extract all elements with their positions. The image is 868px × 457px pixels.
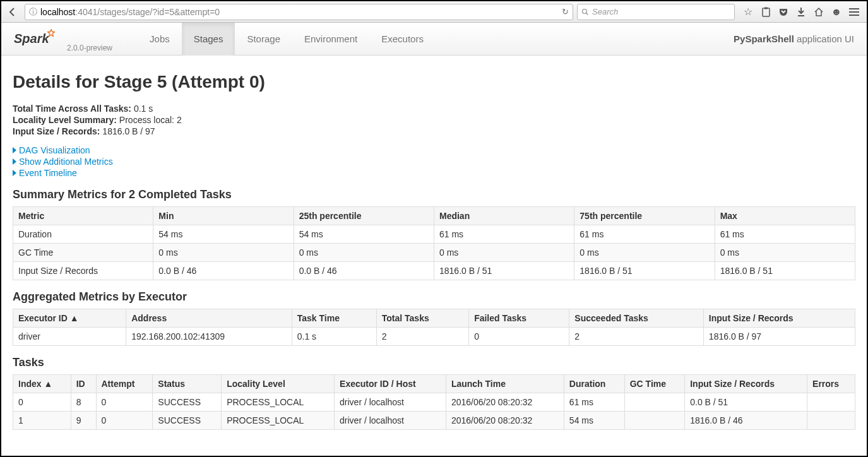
reload-icon[interactable]: ↻: [562, 7, 569, 16]
table-cell: 61 ms: [715, 225, 855, 244]
table-cell: 0 ms: [153, 244, 294, 262]
column-header[interactable]: Address: [126, 309, 292, 328]
menu-icon[interactable]: [848, 6, 860, 18]
caret-right-icon: [13, 158, 16, 165]
table-cell: SUCCESS: [153, 412, 222, 430]
table-cell: [624, 412, 685, 430]
downloads-icon[interactable]: [795, 6, 807, 18]
aggregated-title: Aggregated Metrics by Executor: [13, 290, 855, 304]
column-header[interactable]: Duration: [564, 375, 624, 393]
column-header[interactable]: Status: [153, 375, 222, 393]
table-header-row: Executor ID ▲AddressTask TimeTotal Tasks…: [13, 309, 855, 328]
table-cell: 0: [96, 412, 153, 430]
column-header[interactable]: Executor ID / Host: [335, 375, 446, 393]
column-header[interactable]: Input Size / Records: [703, 309, 855, 328]
column-header[interactable]: Succeeded Tasks: [569, 309, 704, 328]
search-icon: [581, 8, 589, 16]
column-header[interactable]: Task Time: [292, 309, 376, 328]
table-cell: 0 ms: [434, 244, 574, 262]
table-cell: PROCESS_LOCAL: [222, 412, 335, 430]
table-cell: 0: [96, 393, 153, 412]
table-cell: 61 ms: [564, 393, 624, 412]
table-cell: 0: [13, 393, 71, 412]
table-cell: [807, 412, 855, 430]
tab-jobs[interactable]: Jobs: [138, 23, 182, 56]
expand-dag[interactable]: DAG Visualization: [13, 145, 855, 155]
table-cell: 1816.0 B / 51: [434, 262, 574, 280]
table-header-row: Index ▲IDAttemptStatusLocality LevelExec…: [13, 375, 855, 393]
summary-table: MetricMin25th percentileMedian75th perce…: [13, 206, 855, 280]
column-header: Median: [434, 207, 574, 225]
column-header: Max: [715, 207, 855, 225]
table-cell: 1816.0 B / 97: [703, 328, 855, 346]
back-button[interactable]: [4, 4, 21, 20]
table-cell: PROCESS_LOCAL: [222, 393, 335, 412]
column-header[interactable]: Errors: [807, 375, 855, 393]
meta-locality: Locality Level Summary: Process local: 2: [13, 115, 855, 125]
aggregated-table: Executor ID ▲AddressTask TimeTotal Tasks…: [13, 309, 855, 346]
table-cell: 54 ms: [294, 225, 434, 244]
table-cell: 0 ms: [294, 244, 434, 262]
column-header[interactable]: GC Time: [624, 375, 685, 393]
table-row: Input Size / Records0.0 B / 460.0 B / 46…: [13, 262, 855, 280]
tasks-table: Index ▲IDAttemptStatusLocality LevelExec…: [13, 374, 855, 430]
table-row: driver192.168.200.102:413090.1 s2021816.…: [13, 328, 855, 346]
table-cell: 61 ms: [574, 225, 715, 244]
column-header[interactable]: Executor ID ▲: [13, 309, 126, 328]
column-header: 75th percentile: [574, 207, 715, 225]
column-header[interactable]: Failed Tasks: [469, 309, 569, 328]
column-header[interactable]: Launch Time: [446, 375, 564, 393]
table-cell: 0.1 s: [292, 328, 376, 346]
table-cell: driver / localhost: [335, 412, 446, 430]
tab-storage[interactable]: Storage: [235, 23, 292, 56]
table-cell: 8: [71, 393, 96, 412]
table-row: 080SUCCESSPROCESS_LOCALdriver / localhos…: [13, 393, 855, 412]
expand-timeline[interactable]: Event Timeline: [13, 168, 855, 178]
tasks-title: Tasks: [13, 356, 855, 369]
brand[interactable]: Spark 2.0.0-preview: [14, 25, 112, 52]
svg-rect-2: [763, 8, 770, 16]
tab-executors[interactable]: Executors: [369, 23, 436, 56]
table-cell: Duration: [13, 225, 153, 244]
pocket-icon[interactable]: [778, 6, 789, 18]
home-icon[interactable]: [813, 6, 824, 18]
face-icon[interactable]: ☻: [831, 6, 842, 18]
clipboard-icon[interactable]: [760, 6, 771, 18]
arrow-left-icon: [8, 7, 18, 17]
table-cell: 2016/06/20 08:20:32: [446, 393, 564, 412]
star-icon[interactable]: ☆: [742, 6, 754, 18]
expand-metrics[interactable]: Show Additional Metrics: [13, 157, 855, 167]
app-name: PySparkShell application UI: [734, 33, 854, 44]
column-header: Metric: [13, 207, 153, 225]
column-header[interactable]: Attempt: [96, 375, 153, 393]
tab-environment[interactable]: Environment: [292, 23, 369, 56]
table-row: Duration54 ms54 ms61 ms61 ms61 ms: [13, 225, 855, 244]
table-cell: 1816.0 B / 51: [574, 262, 715, 280]
table-cell: 0.0 B / 46: [153, 262, 294, 280]
table-cell: 192.168.200.102:41309: [126, 328, 292, 346]
meta-input: Input Size / Records: 1816.0 B / 97: [13, 126, 855, 136]
table-row: 190SUCCESSPROCESS_LOCALdriver / localhos…: [13, 412, 855, 430]
svg-text:Spark: Spark: [14, 32, 50, 45]
caret-right-icon: [13, 147, 16, 153]
column-header[interactable]: ID: [71, 375, 96, 393]
table-cell: driver / localhost: [335, 393, 446, 412]
table-cell: [624, 393, 685, 412]
table-cell: 1816.0 B / 46: [685, 412, 807, 430]
column-header[interactable]: Total Tasks: [376, 309, 468, 328]
info-icon: ⓘ: [29, 6, 37, 18]
url-bar[interactable]: ⓘ localhost:4041/stages/stage/?id=5&atte…: [25, 4, 573, 20]
search-bar[interactable]: Search: [577, 4, 735, 20]
tab-stages[interactable]: Stages: [182, 23, 235, 56]
column-header[interactable]: Input Size / Records: [685, 375, 807, 393]
table-cell: 9: [71, 412, 96, 430]
table-cell: 1816.0 B / 51: [715, 262, 855, 280]
column-header[interactable]: Locality Level: [222, 375, 335, 393]
column-header[interactable]: Index ▲: [13, 375, 71, 393]
table-cell: 0.0 B / 46: [294, 262, 434, 280]
table-cell: 0 ms: [715, 244, 855, 262]
summary-title: Summary Metrics for 2 Completed Tasks: [13, 188, 855, 201]
spark-logo-icon: Spark: [14, 25, 63, 50]
table-cell: 54 ms: [153, 225, 294, 244]
column-header: 25th percentile: [294, 207, 434, 225]
